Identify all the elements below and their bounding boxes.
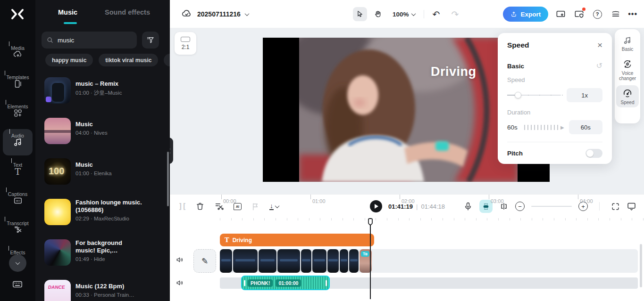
panel-scrollbar[interactable] (167, 152, 169, 206)
trim-handle-left[interactable] (244, 280, 245, 286)
mute-audio-track-icon[interactable] (176, 278, 184, 287)
search-input[interactable] (58, 37, 141, 44)
dock-item-label: Basic (622, 47, 633, 52)
duration-bars (524, 125, 559, 130)
dock-item-speed[interactable]: Speed (616, 85, 639, 107)
mute-video-track-icon[interactable] (176, 255, 184, 264)
ruler-label: 02:00 (401, 198, 415, 204)
microphone-icon[interactable] (463, 202, 473, 211)
list-item[interactable]: Fashion lounge music.(1056886) 02:29 · M… (44, 199, 165, 230)
timeline-scrollbar[interactable] (640, 244, 642, 287)
fullscreen-icon[interactable] (611, 202, 620, 211)
redo-button[interactable]: ↷ (451, 10, 459, 19)
ruler-label: 04:00 (580, 198, 593, 204)
speed-value-input[interactable]: 1x (567, 88, 602, 102)
install-app-icon[interactable] (554, 8, 567, 20)
list-item[interactable]: Music (122 Bpm) 00:33 · Personal Train… (44, 280, 165, 301)
smart-cut-icon[interactable] (214, 202, 224, 212)
playhead-handle[interactable] (368, 218, 373, 226)
collapse-rail-button[interactable] (9, 254, 26, 272)
speed-slider-handle[interactable] (515, 92, 521, 98)
list-item[interactable]: Music 01:00 · Elenika (44, 158, 165, 189)
speed-label: Speed (507, 76, 602, 83)
play-button[interactable] (370, 200, 382, 212)
trim-handle-right[interactable] (326, 280, 327, 286)
undo-button[interactable]: ↶ (433, 10, 440, 19)
tab-sound-effects[interactable]: Sound effects (105, 8, 150, 16)
video-clip[interactable]: Тв (220, 249, 372, 273)
sidebar-item-media[interactable]: Media (3, 41, 33, 68)
speed-panel: Speed × Basic ↺ Speed 1x (498, 33, 612, 164)
suggestion-chips: happy music tiktok viral music (45, 54, 170, 66)
divider (424, 10, 424, 18)
sidebar-item-audio[interactable]: Audio (3, 129, 33, 155)
split-clip-icon[interactable]: ][ (178, 202, 186, 211)
divider (599, 202, 600, 211)
audio-clip[interactable]: PHONK! 01:00:00 (241, 276, 330, 290)
speed-slider[interactable] (507, 92, 561, 98)
sidebar-item-transcript[interactable]: Transcript (3, 217, 33, 243)
text-clip[interactable]: T Driving (220, 234, 374, 246)
chevron-down-icon[interactable] (244, 11, 249, 16)
track-meta: 01:00 · 沙皇–Music (75, 89, 122, 97)
preview-text-overlay[interactable]: Driving (431, 65, 492, 79)
aspect-ratio-button[interactable]: 2:1 (175, 32, 196, 55)
top-bar: 202507111216 100% (170, 0, 644, 28)
cloud-sync-icon[interactable] (181, 8, 192, 20)
sidebar-item-elements[interactable]: Elements (3, 100, 33, 126)
sidebar-item-captions[interactable]: Captions (3, 187, 33, 214)
list-item[interactable]: For background music! Epic,… 01:49 · Hid… (44, 239, 165, 270)
list-item[interactable]: Music 04:00 · Nives (44, 118, 165, 149)
device-shield-icon[interactable] (573, 8, 585, 20)
track-thumbnail (44, 118, 71, 144)
download-icon[interactable]: ↓ (269, 203, 279, 210)
delete-icon[interactable] (195, 202, 205, 211)
sidebar-item-label: Audio (11, 133, 24, 138)
timeline-zoom-out-icon[interactable]: − (515, 202, 525, 211)
list-item[interactable]: music – Remix 01:00 · 沙皇–Music (44, 77, 165, 108)
text-icon: T (15, 166, 21, 177)
menu-stack-icon[interactable] (610, 8, 622, 20)
suggestion-chip[interactable]: happy music (45, 54, 93, 66)
project-title: 202507111216 (197, 10, 241, 18)
timeline-ruler[interactable] (220, 218, 644, 230)
voice-changer-icon (622, 59, 633, 69)
capcut-logo-icon[interactable] (9, 6, 25, 22)
export-label: Export (520, 11, 541, 18)
pitch-toggle[interactable] (585, 149, 602, 158)
suggestion-chip[interactable] (164, 54, 170, 66)
flag-marker-icon[interactable] (251, 202, 260, 211)
help-icon[interactable]: ? (591, 8, 603, 20)
ratio-rect-icon (181, 37, 190, 42)
sidebar-item-templates[interactable]: Templates (3, 71, 33, 97)
playhead[interactable] (370, 218, 371, 299)
sidebar-item-text[interactable]: T Text (3, 158, 33, 185)
canvas-zoom-select[interactable]: 100% (393, 11, 415, 18)
cursor-tool-button[interactable] (353, 7, 367, 21)
track-meta: 01:49 · Hide (75, 256, 142, 262)
captions-icon (13, 195, 23, 206)
draft-edit-button[interactable]: ✎ (193, 249, 216, 273)
clip-settings-dock: Basic Voice changer (615, 29, 640, 123)
timeline-zoom-slider[interactable] (531, 206, 572, 207)
export-button[interactable]: Export (503, 7, 548, 22)
duration-value-input[interactable]: 60s (569, 120, 602, 134)
dock-item-voice-changer[interactable]: Voice changer (616, 56, 639, 83)
dock-item-basic[interactable]: Basic (616, 33, 639, 54)
ruler-label: 03:00 (491, 198, 504, 204)
tab-music[interactable]: Music (58, 8, 77, 16)
track-thumbnail (44, 239, 71, 266)
suggestion-chip[interactable]: tiktok viral music (99, 54, 158, 66)
display-mode-icon[interactable] (627, 202, 636, 212)
reset-icon[interactable]: ↺ (596, 62, 602, 70)
close-icon[interactable]: × (597, 41, 602, 49)
track-meta: 00:33 · Personal Train… (75, 292, 134, 298)
video-thumbnail (340, 249, 348, 273)
timeline: ][ AI ↓ (170, 194, 644, 301)
shortcuts-button[interactable] (11, 278, 24, 290)
sidebar-item-label: Media (11, 45, 25, 51)
sidebar-item-label: Transcript (7, 220, 28, 226)
hand-tool-button[interactable] (371, 7, 385, 21)
filter-button[interactable] (142, 32, 159, 49)
more-options-icon[interactable]: ••• (628, 10, 637, 18)
